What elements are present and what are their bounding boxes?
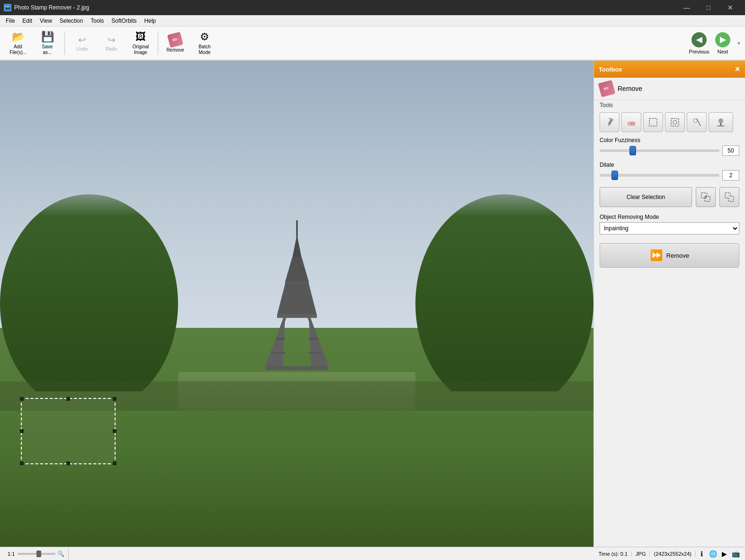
toolbox-header: Toolbox ✕ — [594, 61, 745, 78]
svg-rect-37 — [728, 196, 730, 198]
menu-selection[interactable]: Selection — [56, 17, 87, 25]
pencil-tool-button[interactable] — [600, 112, 619, 132]
add-selection-icon — [700, 192, 711, 202]
magic-wand-tool-button[interactable] — [665, 112, 685, 132]
status-bar: 1:1 🔍 Time (s): 0.1 JPG (2423x2552x24) ℹ… — [0, 547, 745, 560]
tools-label: Tools — [594, 100, 745, 110]
handle-top-mid[interactable] — [66, 397, 70, 401]
svg-line-24 — [697, 118, 700, 126]
rect-select-icon — [648, 117, 658, 127]
original-image-icon: 🖼 — [135, 31, 146, 43]
menu-view[interactable]: View — [36, 17, 56, 25]
handle-bottom-mid[interactable] — [66, 461, 70, 465]
toolbar-separator-1 — [64, 31, 65, 55]
zoom-level: 1:1 — [8, 551, 15, 557]
stamp-icon — [716, 117, 726, 127]
add-files-icon: 📂 — [12, 31, 25, 43]
eraser-icon — [626, 117, 637, 127]
magic-wand-icon — [670, 117, 680, 127]
subtract-selection-icon — [724, 192, 735, 202]
rect-select-tool-button[interactable] — [643, 112, 663, 132]
status-play-icon[interactable]: ▶ — [718, 547, 730, 560]
toolbox-title: Toolbox — [599, 66, 622, 73]
status-timing: Time (s): 0.1 — [595, 551, 632, 557]
do-remove-button[interactable]: ⏩ Remove — [600, 243, 739, 268]
toolbox-panel: Toolbox ✕ ✏ Remove Tools — [593, 61, 745, 547]
maximize-button[interactable]: □ — [698, 0, 719, 15]
svg-point-23 — [673, 120, 677, 124]
zoom-slider[interactable] — [18, 553, 55, 555]
zoom-thumb[interactable] — [36, 551, 41, 557]
remove-icon: ✏ — [167, 32, 183, 48]
toolbar: 📂 AddFile(s)... 💾 Saveas... ↩ Undo ↪ Red… — [0, 27, 745, 61]
canvas-area[interactable] — [0, 61, 593, 547]
redo-button[interactable]: ↪ Redo — [97, 29, 126, 57]
main-layout: Toolbox ✕ ✏ Remove Tools — [0, 61, 745, 547]
handle-bottom-left[interactable] — [20, 461, 24, 465]
svg-rect-22 — [671, 118, 679, 126]
do-remove-label: Remove — [666, 252, 689, 259]
color-fuzziness-track[interactable] — [600, 149, 719, 152]
handle-bottom-right[interactable] — [113, 461, 117, 465]
menu-tools[interactable]: Tools — [87, 17, 108, 25]
selection-box[interactable] — [21, 398, 116, 464]
remove-arrow-icon: ⏩ — [650, 249, 663, 262]
color-fuzziness-thumb[interactable] — [629, 146, 636, 155]
svg-rect-21 — [649, 118, 657, 126]
color-fuzziness-value[interactable]: 50 — [722, 145, 739, 156]
status-info-icon[interactable]: ℹ — [696, 547, 707, 560]
add-selection-button[interactable] — [696, 187, 716, 207]
add-files-button[interactable]: 📂 AddFile(s)... — [4, 29, 32, 57]
svg-rect-31 — [717, 126, 725, 126]
next-button[interactable]: ▶ Next — [711, 26, 735, 60]
remove-section: ✏ Remove — [594, 78, 745, 100]
handle-top-right[interactable] — [113, 397, 117, 401]
menu-edit[interactable]: Edit — [18, 17, 36, 25]
status-web-icon[interactable]: 🌐 — [707, 547, 718, 560]
redo-icon: ↪ — [108, 34, 116, 45]
previous-label: Previous — [689, 49, 709, 54]
color-fuzziness-row: 50 — [600, 145, 739, 156]
subtract-selection-button[interactable] — [719, 187, 739, 207]
previous-icon: ◀ — [691, 32, 707, 47]
eraser-tool-button[interactable] — [621, 112, 641, 132]
handle-right-mid[interactable] — [113, 429, 117, 433]
menu-softorbits[interactable]: SoftOrbits — [108, 17, 140, 25]
minimize-button[interactable]: — — [676, 0, 698, 15]
menu-help[interactable]: Help — [141, 17, 160, 25]
handle-left-mid[interactable] — [20, 429, 24, 433]
object-removing-mode-select[interactable]: Inpainting Smart Fill Clone — [600, 222, 739, 235]
undo-button[interactable]: ↩ Undo — [68, 29, 96, 57]
original-image-button[interactable]: 🖼 OriginalImage — [126, 29, 155, 57]
toolbox-close-button[interactable]: ✕ — [735, 65, 740, 73]
clear-selection-button[interactable]: Clear Selection — [600, 187, 692, 207]
status-tv-icon[interactable]: 📺 — [730, 547, 741, 560]
svg-rect-5 — [277, 314, 317, 318]
wand2-tool-button[interactable] — [687, 112, 707, 132]
close-button[interactable]: ✕ — [719, 0, 741, 15]
status-right: Time (s): 0.1 JPG (2423x2552x24) ℹ 🌐 ▶ 📺 — [595, 547, 741, 560]
dilate-thumb[interactable] — [611, 171, 618, 180]
save-as-button[interactable]: 💾 Saveas... — [33, 29, 62, 57]
previous-button[interactable]: ◀ Previous — [687, 26, 711, 60]
svg-point-29 — [718, 118, 723, 123]
dilate-value[interactable]: 2 — [722, 170, 739, 181]
svg-marker-16 — [608, 125, 610, 126]
remove-btn-section: ⏩ Remove — [594, 237, 745, 273]
menu-bar: File Edit View Selection Tools SoftOrbit… — [0, 15, 745, 27]
batch-mode-icon: ⚙ — [200, 31, 209, 43]
stamp-tool-button[interactable] — [709, 112, 733, 132]
remove-button[interactable]: ✏ Remove — [161, 29, 189, 57]
svg-marker-2 — [285, 257, 309, 282]
handle-top-left[interactable] — [20, 397, 24, 401]
batch-mode-button[interactable]: ⚙ BatchMode — [190, 29, 219, 57]
image-canvas[interactable] — [0, 61, 593, 547]
status-zoom: 1:1 🔍 — [4, 547, 69, 560]
dilate-track[interactable] — [600, 174, 719, 177]
tools-row — [594, 110, 745, 134]
menu-file[interactable]: File — [2, 17, 18, 25]
next-label: Next — [718, 49, 728, 54]
title-bar: 📷 Photo Stamp Remover - 2.jpg — □ ✕ — [0, 0, 745, 15]
expand-nav-button[interactable]: ▼ — [735, 27, 743, 60]
svg-rect-34 — [705, 196, 707, 198]
